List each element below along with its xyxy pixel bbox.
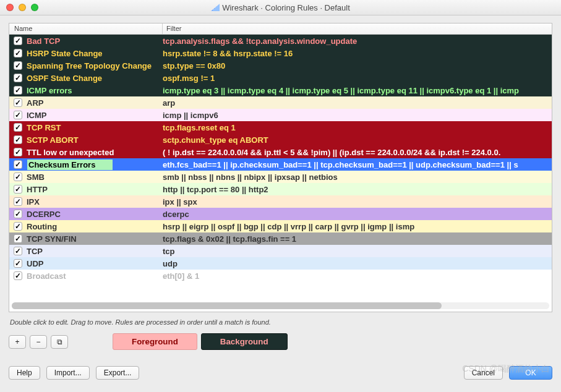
- rule-filter[interactable]: tcp.flags.reset eq 1: [163, 123, 552, 132]
- table-row[interactable]: ✓Spanning Tree Topology Changestp.type =…: [9, 59, 552, 72]
- rule-name[interactable]: ICMP errors: [27, 86, 163, 95]
- rule-name[interactable]: [27, 159, 163, 171]
- rule-filter[interactable]: udp: [163, 259, 552, 268]
- rule-checkbox[interactable]: ✓: [14, 86, 22, 95]
- add-button[interactable]: +: [9, 335, 26, 349]
- rule-name[interactable]: SCTP ABORT: [27, 135, 163, 145]
- rule-filter[interactable]: hsrp.state != 8 && hsrp.state != 16: [163, 49, 552, 58]
- table-row[interactable]: ✓TCPtcp: [9, 245, 552, 257]
- rule-name[interactable]: Spanning Tree Topology Change: [27, 61, 163, 70]
- rule-name[interactable]: SMB: [27, 173, 163, 182]
- rule-filter[interactable]: eth.fcs_bad==1 || ip.checksum_bad==1 || …: [163, 160, 552, 169]
- rule-filter[interactable]: ( ! ip.dst == 224.0.0.0/4 && ip.ttl < 5 …: [163, 148, 552, 157]
- checkbox-cell: ✓: [9, 135, 27, 144]
- remove-button[interactable]: −: [30, 335, 47, 349]
- rule-filter[interactable]: ospf.msg != 1: [163, 74, 552, 83]
- rule-checkbox[interactable]: ✓: [14, 160, 22, 169]
- rule-checkbox[interactable]: ✓: [14, 197, 22, 206]
- rule-filter[interactable]: stp.type == 0x80: [163, 61, 552, 70]
- rule-checkbox[interactable]: ✓: [14, 36, 22, 45]
- table-row[interactable]: ✓Routinghsrp || eigrp || ospf || bgp || …: [9, 220, 552, 232]
- table-row[interactable]: ✓HTTPhttp || tcp.port == 80 || http2: [9, 183, 552, 195]
- rule-checkbox[interactable]: ✓: [14, 271, 22, 280]
- rule-filter[interactable]: arp: [163, 98, 552, 108]
- rule-name[interactable]: OSPF State Change: [27, 74, 163, 83]
- table-row[interactable]: ✓HSRP State Changehsrp.state != 8 && hsr…: [9, 47, 552, 59]
- rule-filter[interactable]: ipx || spx: [163, 197, 552, 207]
- copy-button[interactable]: ⧉: [51, 335, 68, 349]
- rule-name[interactable]: ICMP: [27, 111, 163, 120]
- help-button[interactable]: Help: [9, 366, 40, 380]
- rule-filter[interactable]: tcp.flags & 0x02 || tcp.flags.fin == 1: [163, 234, 552, 244]
- zoom-icon[interactable]: [31, 4, 38, 11]
- export-button[interactable]: Export...: [96, 366, 140, 380]
- rule-checkbox[interactable]: ✓: [14, 210, 22, 218]
- table-row[interactable]: ✓SMBsmb || nbss || nbns || nbipx || ipxs…: [9, 171, 552, 183]
- wireshark-icon: [211, 4, 220, 11]
- foreground-button[interactable]: Foreground: [113, 333, 197, 350]
- rule-checkbox[interactable]: ✓: [14, 135, 22, 144]
- rule-name[interactable]: TCP: [27, 247, 163, 256]
- rule-filter[interactable]: hsrp || eigrp || ospf || bgp || cdp || v…: [163, 222, 552, 231]
- table-row[interactable]: ✓SCTP ABORTsctp.chunk_type eq ABORT: [9, 134, 552, 146]
- rule-name[interactable]: ARP: [27, 98, 163, 108]
- rule-filter[interactable]: tcp: [163, 247, 552, 256]
- close-icon[interactable]: [6, 4, 14, 11]
- scrollbar-thumb[interactable]: [12, 302, 442, 309]
- column-header-filter[interactable]: Filter: [163, 23, 552, 34]
- minimize-icon[interactable]: [19, 4, 26, 11]
- table-row[interactable]: ✓IPXipx || spx: [9, 195, 552, 208]
- rule-name[interactable]: TCP SYN/FIN: [27, 234, 163, 244]
- table-row[interactable]: ✓TCP SYN/FINtcp.flags & 0x02 || tcp.flag…: [9, 232, 552, 245]
- rule-name[interactable]: UDP: [27, 259, 163, 268]
- table-row[interactable]: ✓Broadcasteth[0] & 1: [9, 270, 552, 282]
- rule-name[interactable]: HSRP State Change: [27, 49, 163, 58]
- rule-filter[interactable]: smb || nbss || nbns || nbipx || ipxsap |…: [163, 173, 552, 182]
- rule-checkbox[interactable]: ✓: [14, 185, 22, 194]
- table-row[interactable]: ✓ICMP errorsicmp.type eq 3 || icmp.type …: [9, 84, 552, 96]
- rule-checkbox[interactable]: ✓: [14, 173, 22, 181]
- column-header-name[interactable]: Name: [9, 23, 163, 34]
- rule-filter[interactable]: eth[0] & 1: [163, 271, 552, 281]
- table-row[interactable]: ✓ARParp: [9, 96, 552, 109]
- rule-filter[interactable]: tcp.analysis.flags && !tcp.analysis.wind…: [163, 36, 552, 46]
- rule-name[interactable]: Broadcast: [27, 271, 163, 281]
- rule-name[interactable]: TCP RST: [27, 123, 163, 132]
- rule-name[interactable]: TTL low or unexpected: [27, 148, 163, 157]
- table-row[interactable]: ✓TCP RSTtcp.flags.reset eq 1: [9, 121, 552, 134]
- rule-checkbox[interactable]: ✓: [14, 247, 22, 255]
- import-button[interactable]: Import...: [46, 366, 90, 380]
- table-row[interactable]: ✓OSPF State Changeospf.msg != 1: [9, 72, 552, 84]
- rule-checkbox[interactable]: ✓: [14, 123, 22, 132]
- table-row[interactable]: ✓Bad TCPtcp.analysis.flags && !tcp.analy…: [9, 35, 552, 47]
- rule-checkbox[interactable]: ✓: [14, 222, 22, 231]
- rule-filter[interactable]: http || tcp.port == 80 || http2: [163, 185, 552, 194]
- rule-checkbox[interactable]: ✓: [14, 111, 22, 119]
- rule-name-input[interactable]: [27, 159, 113, 171]
- rule-checkbox[interactable]: ✓: [14, 49, 22, 58]
- rule-checkbox[interactable]: ✓: [14, 148, 22, 156]
- rule-name[interactable]: Bad TCP: [27, 36, 163, 46]
- table-row[interactable]: ✓ICMPicmp || icmpv6: [9, 109, 552, 121]
- rule-filter[interactable]: sctp.chunk_type eq ABORT: [163, 135, 552, 145]
- table-row[interactable]: ✓UDPudp: [9, 257, 552, 270]
- rule-checkbox[interactable]: ✓: [14, 259, 22, 268]
- rule-filter[interactable]: dcerpc: [163, 210, 552, 219]
- ok-button[interactable]: OK: [509, 366, 552, 380]
- rule-checkbox[interactable]: ✓: [14, 98, 22, 107]
- table-row[interactable]: ✓eth.fcs_bad==1 || ip.checksum_bad==1 ||…: [9, 158, 552, 171]
- rule-filter[interactable]: icmp || icmpv6: [163, 111, 552, 120]
- table-row[interactable]: ✓TTL low or unexpected( ! ip.dst == 224.…: [9, 146, 552, 158]
- rule-name[interactable]: HTTP: [27, 185, 163, 194]
- background-button[interactable]: Background: [201, 333, 288, 350]
- rule-name[interactable]: DCERPC: [27, 210, 163, 219]
- rule-checkbox[interactable]: ✓: [14, 61, 22, 70]
- rule-name[interactable]: IPX: [27, 197, 163, 207]
- rule-checkbox[interactable]: ✓: [14, 234, 22, 243]
- cancel-button[interactable]: Cancel: [464, 366, 503, 380]
- rule-name[interactable]: Routing: [27, 222, 163, 231]
- rule-checkbox[interactable]: ✓: [14, 74, 22, 82]
- horizontal-scrollbar[interactable]: [12, 302, 549, 309]
- table-row[interactable]: ✓DCERPCdcerpc: [9, 208, 552, 220]
- rule-filter[interactable]: icmp.type eq 3 || icmp.type eq 4 || icmp…: [163, 86, 552, 95]
